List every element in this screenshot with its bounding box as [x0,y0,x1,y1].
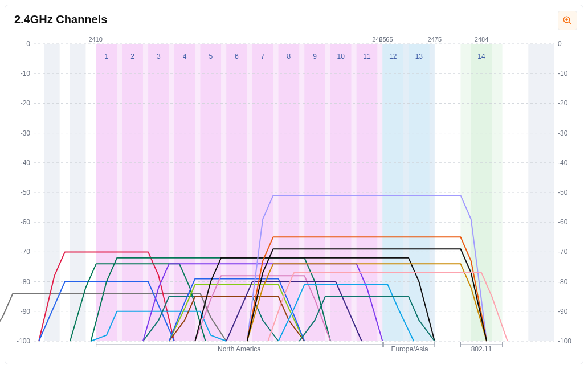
svg-text:12: 12 [389,52,397,60]
plot-area[interactable]: 241024652465247524841234567891011121314N… [34,44,554,341]
svg-text:Europe/Asia: Europe/Asia [391,345,428,353]
svg-text:11: 11 [363,52,371,60]
svg-text:2: 2 [130,52,134,60]
svg-text:2475: 2475 [428,36,442,43]
svg-text:8: 8 [287,52,291,60]
svg-text:2465: 2465 [379,36,393,43]
svg-text:13: 13 [415,52,423,60]
svg-text:North America: North America [218,345,261,353]
zoom-in-icon [562,15,573,26]
svg-text:2410: 2410 [88,36,102,43]
svg-text:5: 5 [209,52,213,60]
svg-text:3: 3 [157,52,161,60]
zoom-reset-button[interactable] [558,11,577,30]
svg-text:10: 10 [337,52,345,60]
svg-text:1: 1 [105,52,109,60]
svg-text:9: 9 [313,52,317,60]
card: 2.4GHz Channels 0-10-20-30-40-50-60-70-8… [5,5,583,364]
svg-line-1 [569,22,571,24]
svg-text:802.11: 802.11 [471,345,492,353]
svg-text:14: 14 [477,52,485,60]
svg-text:7: 7 [261,52,265,60]
svg-text:2484: 2484 [475,36,488,43]
plot-outer: 0-10-20-30-40-50-60-70-80-90-100 0-10-20… [12,37,576,357]
chart-svg: 241024652465247524841234567891011121314N… [34,44,554,341]
svg-text:4: 4 [183,52,187,60]
page-title: 2.4GHz Channels [14,13,107,26]
svg-text:6: 6 [235,52,239,60]
